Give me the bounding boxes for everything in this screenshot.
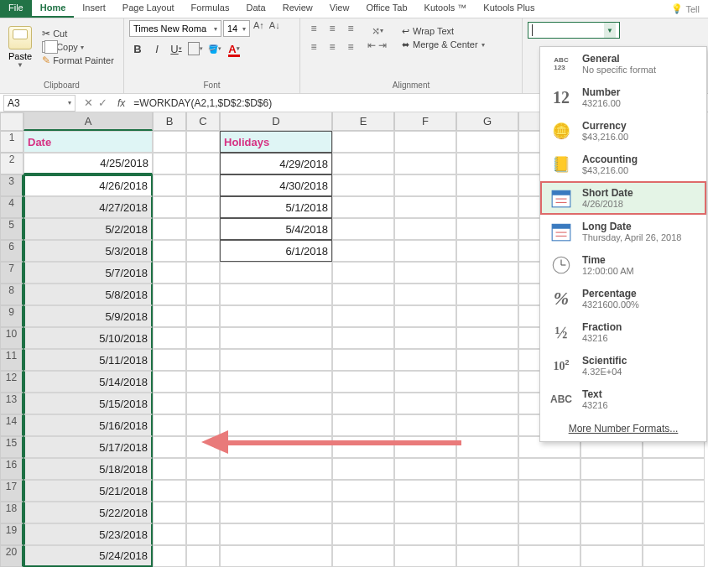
nf-option-longdate[interactable]: Long DateThursday, April 26, 2018 <box>540 215 706 248</box>
cell-r9-c2[interactable] <box>186 305 220 327</box>
cell-r3-c0[interactable]: 4/26/2018 <box>23 174 153 196</box>
cell-r11-c3[interactable] <box>220 349 332 371</box>
underline-button[interactable]: U▾ <box>168 40 185 57</box>
cell-r20-c2[interactable] <box>186 545 220 567</box>
cell-r6-c6[interactable] <box>456 240 518 262</box>
tell-me[interactable]: 💡Tell <box>663 0 708 18</box>
nf-option-accounting[interactable]: 📒Accounting$43,216.00 <box>540 148 706 181</box>
cell-r9-c3[interactable] <box>220 305 332 327</box>
cell-r20-c1[interactable] <box>153 545 186 567</box>
cell-r1-c1[interactable] <box>153 131 186 153</box>
cell-r1-c0[interactable]: Date <box>23 131 153 153</box>
cell-r2-c1[interactable] <box>153 153 186 174</box>
cell-r5-c0[interactable]: 5/2/2018 <box>23 218 153 240</box>
cell-r7-c2[interactable] <box>186 262 220 284</box>
cell-r17-c7[interactable] <box>518 480 580 502</box>
decrease-indent-button[interactable]: ⇤ <box>367 39 376 51</box>
cell-r8-c4[interactable] <box>332 284 394 305</box>
fx-icon[interactable]: fx <box>112 97 130 109</box>
tab-page-layout[interactable]: Page Layout <box>114 0 183 18</box>
align-middle-button[interactable]: ≡ <box>324 20 341 37</box>
tab-review[interactable]: Review <box>274 0 321 18</box>
cell-r12-c5[interactable] <box>394 371 456 393</box>
cut-button[interactable]: ✂Cut <box>42 28 114 39</box>
cell-r6-c3[interactable]: 6/1/2018 <box>220 240 332 262</box>
cell-r16-c1[interactable] <box>153 458 186 480</box>
col-header-C[interactable]: C <box>186 112 220 131</box>
cell-r5-c5[interactable] <box>394 218 456 240</box>
cell-r3-c4[interactable] <box>332 174 394 196</box>
font-color-button[interactable]: A▾ <box>226 40 242 57</box>
name-box[interactable]: A3▾ <box>3 95 75 112</box>
cell-r4-c2[interactable] <box>186 196 220 218</box>
cell-r12-c0[interactable]: 5/14/2018 <box>23 371 153 393</box>
nf-option-scientific[interactable]: 102Scientific4.32E+04 <box>540 349 706 382</box>
cell-r8-c1[interactable] <box>153 284 186 305</box>
cell-r17-c0[interactable]: 5/21/2018 <box>23 480 153 502</box>
shrink-font-button[interactable]: A↓ <box>268 20 282 37</box>
row-header-2[interactable]: 2 <box>0 153 23 174</box>
cell-r14-c6[interactable] <box>456 414 518 436</box>
cell-r5-c6[interactable] <box>456 218 518 240</box>
cell-r12-c1[interactable] <box>153 371 186 393</box>
format-painter-button[interactable]: ✎Format Painter <box>42 55 114 66</box>
cell-r7-c0[interactable]: 5/7/2018 <box>23 262 153 284</box>
cell-r4-c6[interactable] <box>456 196 518 218</box>
cell-r10-c6[interactable] <box>456 327 518 349</box>
cell-r3-c3[interactable]: 4/30/2018 <box>220 174 332 196</box>
cell-r11-c1[interactable] <box>153 349 186 371</box>
cell-r14-c0[interactable]: 5/16/2018 <box>23 414 153 436</box>
tab-insert[interactable]: Insert <box>74 0 114 18</box>
cell-r17-c5[interactable] <box>394 480 456 502</box>
cell-r3-c1[interactable] <box>153 174 186 196</box>
cell-r5-c3[interactable]: 5/4/2018 <box>220 218 332 240</box>
cell-r12-c4[interactable] <box>332 371 394 393</box>
cell-r13-c2[interactable] <box>186 393 220 414</box>
cell-r2-c6[interactable] <box>456 153 518 174</box>
cell-r3-c2[interactable] <box>186 174 220 196</box>
cell-r1-c6[interactable] <box>456 131 518 153</box>
tab-kutools[interactable]: Kutools ™ <box>416 0 476 18</box>
cell-r7-c5[interactable] <box>394 262 456 284</box>
cell-r13-c4[interactable] <box>332 393 394 414</box>
nf-option-fraction[interactable]: ½Fraction43216 <box>540 315 706 349</box>
cell-r18-c2[interactable] <box>186 502 220 523</box>
cell-r6-c2[interactable] <box>186 240 220 262</box>
row-header-6[interactable]: 6 <box>0 240 23 262</box>
cell-r19-c9[interactable] <box>643 523 705 545</box>
cell-r10-c4[interactable] <box>332 327 394 349</box>
cell-r2-c5[interactable] <box>394 153 456 174</box>
align-left-button[interactable]: ≡ <box>305 39 322 55</box>
cell-r18-c0[interactable]: 5/22/2018 <box>23 502 153 523</box>
tab-home[interactable]: Home <box>32 0 75 18</box>
cell-r12-c3[interactable] <box>220 371 332 393</box>
row-header-18[interactable]: 18 <box>0 502 23 523</box>
row-header-12[interactable]: 12 <box>0 371 23 393</box>
col-header-E[interactable]: E <box>332 112 394 131</box>
cell-r19-c1[interactable] <box>153 523 186 545</box>
row-header-9[interactable]: 9 <box>0 305 23 327</box>
cell-r17-c8[interactable] <box>580 480 643 502</box>
nf-option-general[interactable]: ABC123GeneralNo specific format <box>540 47 706 81</box>
paste-button[interactable]: Paste ▼ <box>5 24 35 70</box>
cell-r16-c6[interactable] <box>456 458 518 480</box>
cell-r4-c0[interactable]: 4/27/2018 <box>23 196 153 218</box>
cell-r17-c6[interactable] <box>456 480 518 502</box>
cell-r10-c0[interactable]: 5/10/2018 <box>23 327 153 349</box>
cell-r17-c2[interactable] <box>186 480 220 502</box>
cell-r19-c7[interactable] <box>518 523 580 545</box>
cell-r20-c7[interactable] <box>518 545 580 567</box>
cell-r19-c5[interactable] <box>394 523 456 545</box>
cell-r5-c4[interactable] <box>332 218 394 240</box>
cell-r12-c2[interactable] <box>186 371 220 393</box>
col-header-F[interactable]: F <box>394 112 456 131</box>
cell-r7-c3[interactable] <box>220 262 332 284</box>
row-header-19[interactable]: 19 <box>0 523 23 545</box>
nf-option-time[interactable]: Time12:00:00 AM <box>540 248 706 282</box>
cell-r6-c0[interactable]: 5/3/2018 <box>23 240 153 262</box>
cell-r16-c7[interactable] <box>518 458 580 480</box>
cell-r18-c7[interactable] <box>518 502 580 523</box>
cell-r19-c0[interactable]: 5/23/2018 <box>23 523 153 545</box>
cell-r18-c4[interactable] <box>332 502 394 523</box>
cell-r6-c1[interactable] <box>153 240 186 262</box>
